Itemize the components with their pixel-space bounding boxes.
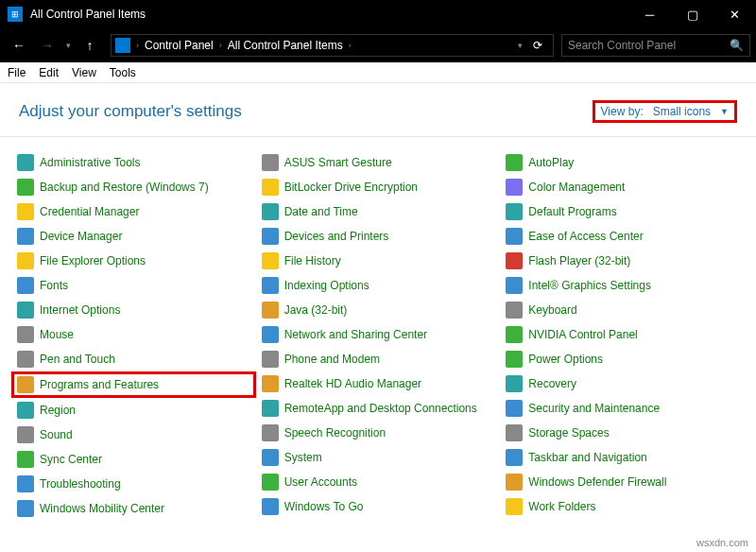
cp-item-storage-spaces[interactable]: Storage Spaces bbox=[500, 421, 745, 445]
maximize-button[interactable]: ▢ bbox=[671, 0, 713, 28]
cp-item-windows-to-go[interactable]: Windows To Go bbox=[256, 494, 501, 519]
minimize-button[interactable]: ─ bbox=[628, 0, 671, 28]
chevron-right-icon[interactable]: › bbox=[217, 41, 224, 50]
cp-item-defender-firewall[interactable]: Windows Defender Firewall bbox=[500, 470, 745, 494]
date-time-icon bbox=[262, 203, 279, 220]
power-options-icon bbox=[506, 351, 523, 368]
cp-item-system[interactable]: System bbox=[256, 445, 501, 470]
device-manager-icon bbox=[17, 228, 34, 245]
cp-item-devices-printers[interactable]: Devices and Printers bbox=[256, 224, 501, 249]
cp-item-credential-manager[interactable]: Credential Manager bbox=[11, 199, 256, 224]
cp-item-phone-modem[interactable]: Phone and Modem bbox=[256, 347, 501, 371]
cp-item-label: Credential Manager bbox=[40, 205, 139, 218]
cp-item-taskbar-nav[interactable]: Taskbar and Navigation bbox=[500, 445, 745, 470]
cp-item-flash-player[interactable]: Flash Player (32-bit) bbox=[500, 249, 745, 273]
cp-item-speech-recognition[interactable]: Speech Recognition bbox=[256, 421, 501, 445]
cp-item-sound[interactable]: Sound bbox=[11, 423, 256, 447]
cp-item-mouse[interactable]: Mouse bbox=[11, 322, 256, 347]
indexing-options-icon bbox=[262, 277, 279, 294]
cp-item-keyboard[interactable]: Keyboard bbox=[500, 298, 745, 322]
cp-item-indexing-options[interactable]: Indexing Options bbox=[256, 273, 501, 298]
cp-item-internet-options[interactable]: Internet Options bbox=[11, 298, 256, 322]
cp-item-label: Storage Spaces bbox=[528, 426, 609, 440]
remoteapp-icon bbox=[262, 400, 279, 417]
menu-edit[interactable]: Edit bbox=[39, 66, 59, 79]
view-by-selector[interactable]: View by: Small icons ▼ bbox=[593, 100, 737, 123]
bitlocker-icon bbox=[262, 179, 279, 196]
network-sharing-icon bbox=[262, 326, 279, 343]
cp-item-security-maintenance[interactable]: Security and Maintenance bbox=[500, 396, 745, 421]
cp-item-label: Network and Sharing Center bbox=[284, 328, 427, 341]
search-icon[interactable]: 🔍 bbox=[730, 39, 744, 52]
cp-item-device-manager[interactable]: Device Manager bbox=[11, 224, 256, 249]
cp-item-file-explorer-options[interactable]: File Explorer Options bbox=[11, 249, 256, 273]
cp-item-asus-smart-gesture[interactable]: ASUS Smart Gesture bbox=[256, 150, 501, 175]
cp-item-color-management[interactable]: Color Management bbox=[500, 175, 745, 199]
forward-button[interactable]: → bbox=[34, 32, 60, 59]
cp-item-nvidia-control[interactable]: NVIDIA Control Panel bbox=[500, 322, 745, 347]
cp-item-administrative-tools[interactable]: Administrative Tools bbox=[11, 150, 256, 175]
cp-item-label: NVIDIA Control Panel bbox=[528, 328, 637, 341]
cp-item-region[interactable]: Region bbox=[11, 398, 256, 423]
cp-item-pen-touch[interactable]: Pen and Touch bbox=[11, 347, 256, 371]
breadcrumb-item[interactable]: All Control Panel Items bbox=[224, 39, 347, 52]
chevron-right-icon[interactable]: › bbox=[134, 41, 141, 50]
cp-item-ease-of-access[interactable]: Ease of Access Center bbox=[500, 224, 745, 249]
internet-options-icon bbox=[17, 302, 34, 319]
breadcrumb-dropdown-icon[interactable]: ▾ bbox=[514, 41, 526, 50]
cp-item-file-history[interactable]: File History bbox=[256, 249, 501, 273]
cp-item-recovery[interactable]: Recovery bbox=[500, 371, 745, 396]
cp-item-label: Backup and Restore (Windows 7) bbox=[40, 181, 209, 194]
cp-item-label: Recovery bbox=[528, 377, 576, 390]
cp-item-remoteapp[interactable]: RemoteApp and Desktop Connections bbox=[256, 396, 501, 421]
speech-recognition-icon bbox=[262, 424, 279, 441]
breadcrumb[interactable]: › Control Panel › All Control Panel Item… bbox=[111, 34, 554, 57]
cp-item-troubleshooting[interactable]: Troubleshooting bbox=[11, 472, 256, 496]
cp-item-power-options[interactable]: Power Options bbox=[500, 347, 745, 371]
menu-tools[interactable]: Tools bbox=[110, 66, 136, 79]
cp-item-label: Device Manager bbox=[40, 230, 122, 243]
menu-file[interactable]: File bbox=[8, 66, 26, 79]
breadcrumb-icon bbox=[115, 38, 130, 53]
cp-item-sync-center[interactable]: Sync Center bbox=[11, 447, 256, 472]
mouse-icon bbox=[17, 326, 34, 343]
windows-to-go-icon bbox=[262, 498, 279, 515]
close-button[interactable]: ✕ bbox=[713, 0, 756, 28]
cp-item-programs-features[interactable]: Programs and Features bbox=[11, 371, 256, 398]
up-button[interactable]: ↑ bbox=[77, 32, 103, 59]
cp-item-label: Pen and Touch bbox=[40, 353, 115, 366]
search-input[interactable]: Search Control Panel 🔍 bbox=[561, 34, 750, 57]
cp-item-default-programs[interactable]: Default Programs bbox=[500, 199, 745, 224]
breadcrumb-item[interactable]: Control Panel bbox=[141, 39, 217, 52]
autoplay-icon bbox=[506, 154, 523, 171]
chevron-right-icon[interactable]: › bbox=[347, 41, 353, 50]
cp-item-java[interactable]: Java (32-bit) bbox=[256, 298, 501, 322]
cp-item-work-folders[interactable]: Work Folders bbox=[500, 494, 745, 519]
history-dropdown-icon[interactable]: ▾ bbox=[62, 41, 75, 50]
cp-item-fonts[interactable]: Fonts bbox=[11, 273, 256, 298]
cp-item-backup-restore[interactable]: Backup and Restore (Windows 7) bbox=[11, 175, 256, 199]
column: Administrative ToolsBackup and Restore (… bbox=[11, 150, 256, 521]
cp-item-network-sharing[interactable]: Network and Sharing Center bbox=[256, 322, 501, 347]
cp-item-autoplay[interactable]: AutoPlay bbox=[500, 150, 745, 175]
menu-view[interactable]: View bbox=[72, 66, 96, 79]
header: Adjust your computer's settings View by:… bbox=[0, 83, 756, 129]
cp-item-label: Realtek HD Audio Manager bbox=[284, 377, 421, 390]
cp-item-windows-mobility[interactable]: Windows Mobility Center bbox=[11, 496, 256, 521]
refresh-icon[interactable]: ⟳ bbox=[526, 34, 549, 57]
backup-restore-icon bbox=[17, 179, 34, 196]
cp-item-bitlocker[interactable]: BitLocker Drive Encryption bbox=[256, 175, 501, 199]
cp-item-realtek-audio[interactable]: Realtek HD Audio Manager bbox=[256, 371, 501, 396]
cp-item-date-time[interactable]: Date and Time bbox=[256, 199, 501, 224]
back-button[interactable]: ← bbox=[6, 32, 32, 59]
pen-touch-icon bbox=[17, 351, 34, 368]
file-history-icon bbox=[262, 252, 279, 269]
window-title: All Control Panel Items bbox=[30, 8, 628, 21]
view-by-label: View by: bbox=[601, 105, 644, 118]
cp-item-intel-graphics[interactable]: Intel® Graphics Settings bbox=[500, 273, 745, 298]
cp-item-label: Programs and Features bbox=[40, 378, 159, 391]
cp-item-label: Taskbar and Navigation bbox=[528, 451, 646, 464]
cp-item-label: Intel® Graphics Settings bbox=[528, 279, 651, 292]
cp-item-user-accounts[interactable]: User Accounts bbox=[256, 470, 501, 494]
cp-item-label: Security and Maintenance bbox=[528, 402, 660, 415]
